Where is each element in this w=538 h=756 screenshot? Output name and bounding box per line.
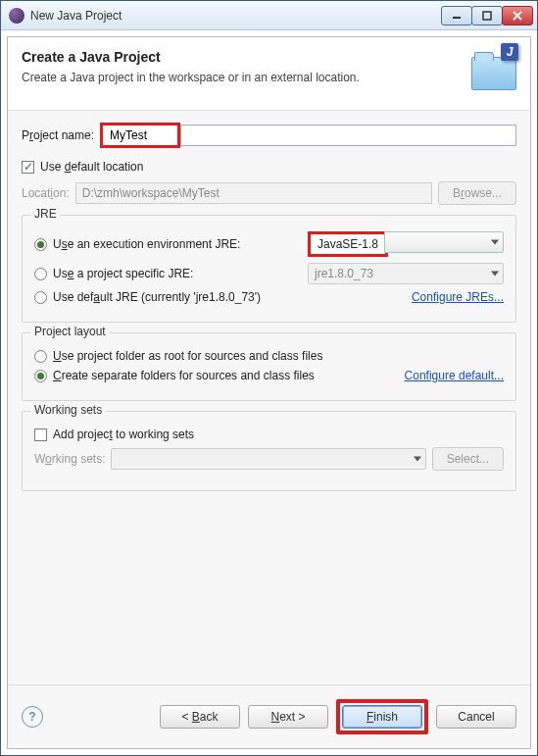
jre-exec-env-label: Use an execution environment JRE: [53, 237, 240, 251]
working-sets-label: Working sets: [34, 452, 105, 466]
browse-button: Browse... [438, 181, 516, 205]
working-sets-select [111, 448, 425, 470]
svg-rect-1 [483, 12, 491, 20]
project-name-row: Project name: [22, 123, 516, 148]
help-icon[interactable]: ? [22, 706, 43, 728]
maximize-button[interactable] [471, 6, 503, 25]
page-title: Create a Java Project [22, 49, 462, 65]
wizard-body: Project name: Use default location Locat… [8, 111, 530, 684]
jre-group: JRE Use an execution environment JRE: Ja… [22, 215, 516, 323]
select-working-sets-button: Select... [432, 447, 504, 471]
jre-exec-env-select[interactable] [384, 231, 504, 253]
add-to-working-sets-label: Add project to working sets [53, 428, 194, 441]
window-controls [442, 6, 533, 25]
jre-group-title: JRE [30, 207, 61, 221]
jre-default-row: Use default JRE (currently 'jre1.8.0_73'… [34, 290, 504, 304]
layout-separate-radio[interactable] [34, 370, 47, 382]
use-default-location-checkbox[interactable] [22, 161, 34, 174]
highlight-jre-value: JavaSE-1.8 [308, 231, 388, 257]
minimize-button[interactable] [441, 6, 472, 25]
location-row: Location: Browse... [22, 181, 516, 205]
add-to-working-sets-row: Add project to working sets [34, 428, 504, 441]
use-default-location-label: Use default location [40, 160, 143, 174]
configure-jres-link[interactable]: Configure JREs... [412, 290, 504, 304]
layout-root-label: Use project folder as root for sources a… [53, 349, 322, 363]
window-title: New Java Project [30, 9, 442, 23]
dialog-content: Create a Java Project Create a Java proj… [7, 36, 531, 749]
jre-specific-row: Use a project specific JRE: jre1.8.0_73 [34, 263, 504, 284]
location-label: Location: [22, 186, 70, 200]
back-button[interactable]: < Back [160, 705, 240, 729]
project-name-label: Project name: [22, 128, 94, 142]
cancel-button[interactable]: Cancel [436, 705, 516, 729]
layout-separate-row: Create separate folders for sources and … [34, 369, 504, 382]
location-input [75, 182, 432, 204]
jre-specific-select: jre1.8.0_73 [308, 263, 504, 284]
chevron-down-icon [414, 457, 421, 462]
close-button[interactable] [502, 6, 533, 25]
wizard-footer: ? < Back Next > Finish Cancel [8, 684, 530, 748]
layout-root-row: Use project folder as root for sources a… [34, 349, 504, 363]
next-button[interactable]: Next > [248, 705, 328, 729]
working-sets-group: Working sets Add project to working sets… [22, 411, 516, 491]
jre-default-radio[interactable] [34, 291, 47, 304]
add-to-working-sets-checkbox[interactable] [34, 428, 47, 441]
project-name-input-highlight[interactable] [104, 126, 176, 144]
configure-default-link[interactable]: Configure default... [405, 369, 504, 382]
dialog-window: New Java Project Create a Java Project C… [0, 0, 538, 756]
chevron-down-icon [491, 240, 499, 245]
layout-separate-label: Create separate folders for sources and … [53, 369, 315, 382]
highlight-project-name [100, 123, 180, 148]
project-name-input[interactable] [180, 125, 516, 146]
jre-exec-env-radio[interactable] [34, 238, 47, 251]
use-default-location-row: Use default location [22, 160, 516, 174]
highlight-finish: Finish [336, 699, 428, 734]
page-subtitle: Create a Java project in the workspace o… [22, 71, 462, 84]
jre-selected-value: JavaSE-1.8 [312, 235, 384, 253]
project-layout-group: Project layout Use project folder as roo… [22, 332, 516, 401]
jre-specific-radio[interactable] [34, 268, 47, 280]
project-layout-title: Project layout [30, 325, 110, 338]
eclipse-icon [9, 8, 24, 24]
working-sets-row: Working sets: Select... [34, 447, 504, 471]
chevron-down-icon [491, 272, 499, 277]
jre-exec-env-row: Use an execution environment JRE: JavaSE… [34, 231, 504, 257]
jre-default-label: Use default JRE (currently 'jre1.8.0_73'… [53, 290, 261, 304]
wizard-header: Create a Java Project Create a Java proj… [8, 37, 530, 111]
jre-specific-label: Use a project specific JRE: [53, 267, 193, 280]
working-sets-title: Working sets [30, 403, 106, 417]
finish-button[interactable]: Finish [342, 705, 422, 729]
titlebar[interactable]: New Java Project [1, 1, 537, 30]
layout-root-radio[interactable] [34, 350, 47, 363]
wizard-icon: J [462, 49, 516, 96]
